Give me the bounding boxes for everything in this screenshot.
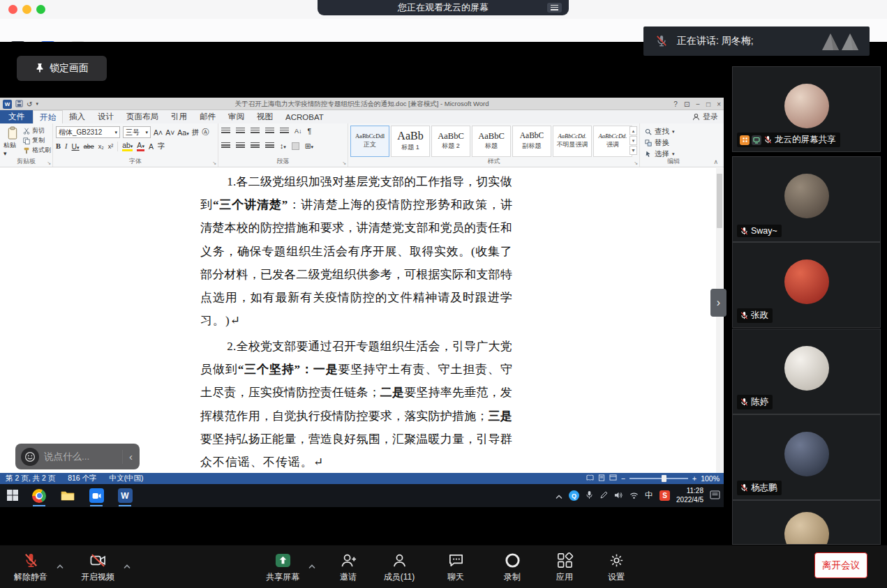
participant-tile-3[interactable]: 张政 <box>732 242 881 328</box>
language-indicator[interactable]: 中文(中国) <box>110 474 144 483</box>
settings-button[interactable]: 设置 <box>594 551 639 583</box>
word-taskbar-icon[interactable]: W <box>117 484 133 507</box>
shading-icon[interactable] <box>292 142 299 150</box>
copy-button[interactable]: 复制 <box>23 136 51 145</box>
action-center-icon[interactable] <box>710 490 720 502</box>
word-login[interactable]: 登录 <box>692 110 718 123</box>
justify-icon[interactable] <box>265 142 274 149</box>
word-scrollbar[interactable] <box>716 168 723 473</box>
superscript-button[interactable]: x² <box>108 143 114 150</box>
tray-expand-icon[interactable] <box>556 490 562 502</box>
mic-tray-icon[interactable] <box>586 490 593 502</box>
minimize-button[interactable] <box>22 5 31 14</box>
line-spacing-icon[interactable]: ↕▾ <box>280 142 286 150</box>
chat-input-placeholder[interactable]: 说点什么... <box>44 451 117 463</box>
cut-button[interactable]: 剪切 <box>23 126 51 135</box>
bold-button[interactable]: B <box>56 142 61 150</box>
style-item[interactable]: AaBb标题 1 <box>391 126 430 157</box>
zoom-out-button[interactable]: − <box>621 474 625 483</box>
maximize-window-button[interactable]: □ <box>706 100 710 108</box>
bullets-icon[interactable] <box>221 128 230 135</box>
page-indicator[interactable]: 第 2 页, 共 2 页 <box>6 474 55 483</box>
shrink-font-button[interactable]: A˅ <box>165 128 174 137</box>
style-item[interactable]: AaBbC标题 2 <box>431 126 470 157</box>
multilevel-list-icon[interactable] <box>251 128 260 135</box>
enclose-characters-button[interactable]: 字 <box>158 142 165 151</box>
word-tab-7[interactable]: 邮件 <box>193 110 222 123</box>
word-tab-6[interactable]: 引用 <box>165 110 193 123</box>
zoom-button[interactable] <box>36 5 45 14</box>
word-tab-8[interactable]: 审阅 <box>222 110 251 123</box>
clipboard-dialog-launcher[interactable]: ↘ <box>47 160 51 166</box>
replace-button[interactable]: 替换 <box>645 137 675 148</box>
increase-indent-icon[interactable] <box>280 128 289 135</box>
chat-quick-input[interactable]: 说点什么... ‹ <box>15 444 140 469</box>
borders-icon[interactable]: ⊞▾ <box>305 142 313 150</box>
zoom-level[interactable]: 100% <box>701 474 720 483</box>
ribbon-options-button[interactable]: ⊡ <box>684 100 690 108</box>
document-area[interactable]: 1. 各二级党组织加强对基层党支部的工作指导，切实做到“三个讲清楚”：讲清楚上海… <box>0 168 724 473</box>
align-left-icon[interactable] <box>221 142 230 149</box>
lock-screen-button[interactable]: 锁定画面 <box>17 56 107 81</box>
font-dialog-launcher[interactable]: ↘ <box>212 160 216 166</box>
close-window-button[interactable]: × <box>717 100 721 108</box>
participant-tile-5[interactable]: 杨志鹏 <box>732 414 881 500</box>
collapse-ribbon-icon[interactable]: ∧ <box>713 158 718 165</box>
sort-icon[interactable]: A↓ <box>295 128 302 135</box>
apps-button[interactable]: 应用 <box>542 551 587 583</box>
paste-button[interactable]: 粘贴 ▾ <box>3 126 22 158</box>
read-mode-icon[interactable] <box>586 474 594 483</box>
start-button[interactable] <box>7 490 18 504</box>
style-item[interactable]: AaBbC副标题 <box>512 126 551 157</box>
ime-indicator[interactable]: 中 <box>645 490 653 502</box>
word-tab-9[interactable]: 视图 <box>251 110 279 123</box>
unmute-button[interactable]: 解除静音 <box>8 551 53 583</box>
grow-font-button[interactable]: A˄ <box>154 128 163 137</box>
find-button[interactable]: 查找▾ <box>645 126 675 137</box>
chrome-taskbar-icon[interactable] <box>31 484 47 507</box>
explorer-taskbar-icon[interactable] <box>59 484 76 507</box>
styles-gallery-arrows[interactable]: ▴▾▼ <box>629 126 637 155</box>
change-case-button[interactable]: Aa▾ <box>177 128 188 137</box>
subscript-button[interactable]: x₂ <box>98 143 104 150</box>
save-icon[interactable] <box>15 98 23 110</box>
word-tab-4[interactable]: 设计 <box>91 110 120 123</box>
style-item[interactable]: AaBbC标题 <box>472 126 511 157</box>
participant-tile-4[interactable]: 陈婷 <box>732 329 881 414</box>
members-button[interactable]: 成员(11) <box>377 551 422 583</box>
network-tray-icon[interactable] <box>629 490 639 502</box>
paragraph-dialog-launcher[interactable]: ↘ <box>342 160 346 166</box>
scrollbar-thumb[interactable] <box>717 174 722 228</box>
sogou-tray-icon[interactable]: S <box>659 490 670 501</box>
share-screen-options-caret[interactable] <box>308 559 316 572</box>
styles-dialog-launcher[interactable]: ↘ <box>634 160 638 166</box>
participant-tile-1[interactable]: 龙云的屏幕共享 <box>732 66 881 152</box>
chat-button[interactable]: 聊天 <box>433 551 478 583</box>
taskbar-clock[interactable]: 11:28 2022/4/5 <box>676 487 703 504</box>
word-count[interactable]: 816 个字 <box>68 474 96 483</box>
zoom-slider-thumb[interactable] <box>662 475 666 482</box>
word-tab-2[interactable]: 开始 <box>33 110 63 123</box>
pen-tray-icon[interactable] <box>599 490 608 502</box>
start-video-options-caret[interactable] <box>123 559 131 572</box>
style-item[interactable]: AaBbCcDd.强调 <box>593 126 632 157</box>
strikethrough-button[interactable]: abe <box>84 143 94 150</box>
start-video-button[interactable]: 开启视频 <box>75 551 120 583</box>
phonetic-guide-button[interactable]: 拼 <box>192 128 200 137</box>
unmute-options-caret[interactable] <box>56 559 64 572</box>
word-tab-5[interactable]: 页面布局 <box>120 110 165 123</box>
style-item[interactable]: AaBbCcDd.不明显强调 <box>553 126 592 157</box>
font-name-combo[interactable]: 楷体_GB2312▾ <box>56 126 120 138</box>
quickaccess-caret-icon[interactable]: ▾ <box>36 101 38 107</box>
menu-icon[interactable] <box>547 3 562 13</box>
zoom-slider[interactable] <box>629 478 688 479</box>
character-shading-button[interactable]: A <box>149 142 154 151</box>
zoom-in-button[interactable]: + <box>692 474 696 483</box>
leave-meeting-button[interactable]: 离开会议 <box>814 552 867 578</box>
print-layout-icon[interactable] <box>598 474 605 483</box>
decrease-indent-icon[interactable] <box>265 128 274 135</box>
numbering-icon[interactable] <box>236 128 245 135</box>
pilcrow-icon[interactable]: ¶ <box>308 127 312 135</box>
align-right-icon[interactable] <box>251 142 260 149</box>
word-tab-10[interactable]: ACROBAT <box>279 110 330 123</box>
